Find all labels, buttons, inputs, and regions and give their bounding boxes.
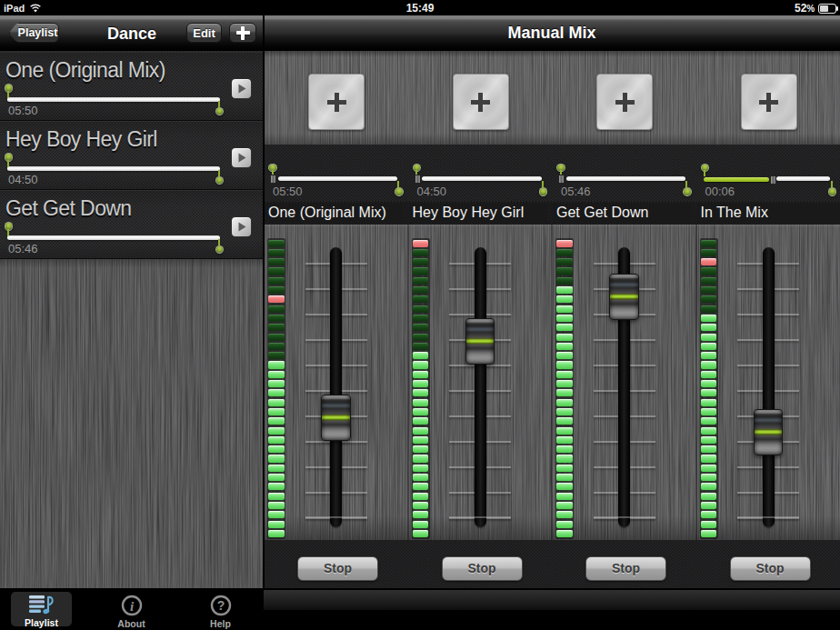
svg-text:i: i — [130, 599, 135, 614]
svg-text:?: ? — [217, 598, 225, 613]
